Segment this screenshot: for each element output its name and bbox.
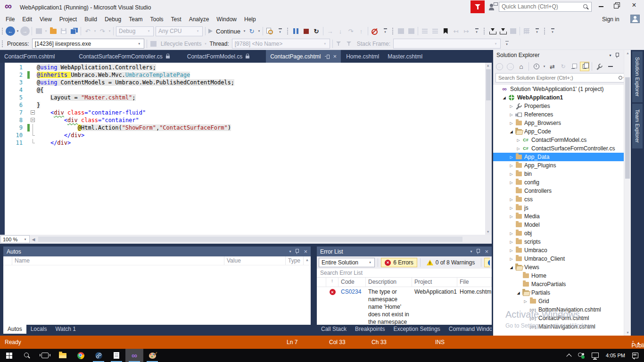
save-button[interactable] [58, 26, 69, 36]
collapsed-arrow-icon[interactable] [508, 113, 514, 117]
scroll-down-icon[interactable]: ▼ [626, 331, 629, 334]
messages-filter-button[interactable]: i [484, 258, 490, 267]
column-header-project[interactable]: Project [412, 278, 457, 287]
tree-item-bottomnavigation-cshtml[interactable]: BottomNavigation.cshtml [493, 305, 631, 314]
menu-debug[interactable]: Debug [101, 15, 125, 24]
toolbar-grip[interactable] [1, 27, 4, 35]
close-icon[interactable] [333, 53, 337, 60]
breakpoint-margin[interactable] [0, 63, 5, 235]
column-header-name[interactable]: Name [12, 256, 224, 265]
preview-selected-items-button[interactable] [605, 62, 615, 71]
zoom-level-dropdown[interactable]: 100 %▾ [0, 235, 30, 243]
pin-icon[interactable] [615, 53, 619, 58]
collapse-box-icon[interactable] [31, 110, 35, 115]
taskbar-steam-button[interactable] [90, 349, 107, 362]
close-icon[interactable] [304, 248, 307, 255]
properties-button[interactable] [594, 62, 604, 71]
window-position-icon[interactable]: ▾ [609, 53, 611, 58]
action-center-icon[interactable] [632, 353, 638, 358]
toolbar-overflow-button[interactable] [471, 26, 482, 36]
restart-button[interactable] [311, 26, 322, 36]
collapsed-arrow-icon[interactable] [515, 138, 521, 142]
taskbar-notepad-button[interactable] [107, 349, 125, 362]
autos-title-bar[interactable]: Autos ▾ [3, 247, 311, 256]
open-file-button[interactable] [48, 26, 58, 36]
solution-configurations-dropdown[interactable]: Debug▾ [116, 26, 154, 36]
collapsed-arrow-icon[interactable] [522, 299, 528, 304]
tree-item-views[interactable]: Views [493, 263, 631, 272]
solution-explorer-search-box[interactable] [495, 73, 628, 82]
tree-item-scripts[interactable]: scripts [493, 238, 631, 246]
undo-button[interactable] [83, 26, 93, 36]
home-button[interactable] [516, 62, 526, 71]
menu-window[interactable]: Window [213, 15, 240, 24]
collapsed-arrow-icon[interactable] [508, 121, 514, 125]
toolbar-overflow-button[interactable] [532, 26, 542, 36]
panel-tab-watch-1[interactable]: Watch 1 [51, 325, 80, 334]
filter-threads-icon[interactable] [334, 39, 345, 49]
expanded-arrow-icon[interactable] [508, 130, 514, 134]
tree-item-obj[interactable]: obj [493, 229, 631, 238]
panel-tab-locals[interactable]: Locals [26, 325, 51, 334]
collapsed-arrow-icon[interactable] [508, 104, 514, 108]
forward-button[interactable]: → [505, 62, 515, 71]
network-icon[interactable] [592, 353, 599, 358]
outlining-margin[interactable] [30, 109, 37, 116]
tree-item-macropartials[interactable]: MacroPartials [493, 280, 631, 288]
format-document-button[interactable] [396, 26, 406, 36]
solution-platforms-dropdown[interactable]: Any CPU▾ [156, 26, 203, 36]
redo-button[interactable] [97, 26, 107, 36]
toolbar-grip[interactable] [544, 27, 546, 35]
decrease-indent-button[interactable] [420, 26, 430, 36]
tree-item-grid[interactable]: Grid [493, 297, 631, 305]
sync-with-active-document-button[interactable] [547, 62, 557, 71]
solution-explorer-search-input[interactable] [496, 75, 619, 81]
collapsed-arrow-icon[interactable] [508, 240, 514, 244]
show-all-files-button[interactable] [580, 62, 589, 71]
scrollbar-thumb[interactable] [38, 237, 462, 242]
expanded-arrow-icon[interactable] [508, 265, 514, 270]
errors-filter-button[interactable]: 6 Errors [381, 258, 417, 267]
toggle-bookmark-button[interactable] [440, 26, 451, 36]
taskbar-file-explorer-button[interactable] [54, 349, 72, 362]
navigate-back-button[interactable] [5, 26, 16, 36]
collapsed-arrow-icon[interactable] [508, 206, 514, 210]
error-scope-dropdown[interactable]: Entire Solution▾ [319, 258, 375, 267]
menu-edit[interactable]: Edit [18, 15, 36, 24]
collapse-all-button[interactable] [569, 62, 579, 71]
tree-item-contactformmodel-cs[interactable]: ContactFormModel.cs [493, 136, 631, 144]
breakpoints-toggle-button[interactable] [370, 26, 380, 36]
window-position-icon[interactable]: ▾ [470, 249, 472, 254]
error-list-search[interactable]: Search Error List [317, 269, 492, 278]
tree-item-config[interactable]: config [493, 178, 631, 187]
panel-tab-breakpoints[interactable]: Breakpoints [351, 325, 389, 334]
tree-item-contactform-cshtml[interactable]: ContactForm.cshtml [493, 314, 631, 322]
scrollbar-thumb[interactable] [625, 77, 630, 179]
publish-button[interactable]: Publish [631, 339, 639, 346]
side-tab-solution-explorer[interactable]: Solution Explorer [632, 51, 643, 102]
stop-debugging-button[interactable] [301, 26, 311, 36]
user-avatar-icon[interactable] [630, 15, 640, 23]
thread-dropdown[interactable]: [9788] <No Name>▾ [232, 39, 330, 49]
pin-icon[interactable] [476, 249, 480, 254]
stack-frame-dropdown[interactable]: ▾ [393, 39, 501, 49]
collapsed-arrow-icon[interactable] [508, 155, 514, 159]
menu-analyze[interactable]: Analyze [185, 15, 213, 24]
taskbar-search-button[interactable] [18, 349, 36, 362]
outlining-margin[interactable] [30, 116, 37, 124]
menu-file[interactable]: File [2, 15, 18, 24]
toolbar-overflow-button[interactable] [275, 26, 285, 36]
import-button[interactable] [487, 26, 497, 36]
lifecycle-events-icon[interactable] [149, 39, 159, 49]
feedback-flag-button[interactable] [471, 0, 485, 13]
tree-item-references[interactable]: References [493, 110, 631, 119]
document-tab-contactform-cshtml[interactable]: ContactForm.cshtml [0, 50, 59, 63]
continue-button[interactable]: Continue▾ [207, 26, 247, 36]
send-feedback-icon[interactable] [489, 2, 498, 11]
expanded-arrow-icon[interactable] [501, 96, 507, 100]
tree-item-media[interactable]: Media [493, 212, 631, 221]
collapsed-arrow-icon[interactable] [508, 172, 514, 176]
tree-item-bin[interactable]: bin [493, 170, 631, 178]
quick-launch-box[interactable] [499, 2, 592, 12]
collapsed-arrow-icon[interactable] [508, 231, 514, 236]
